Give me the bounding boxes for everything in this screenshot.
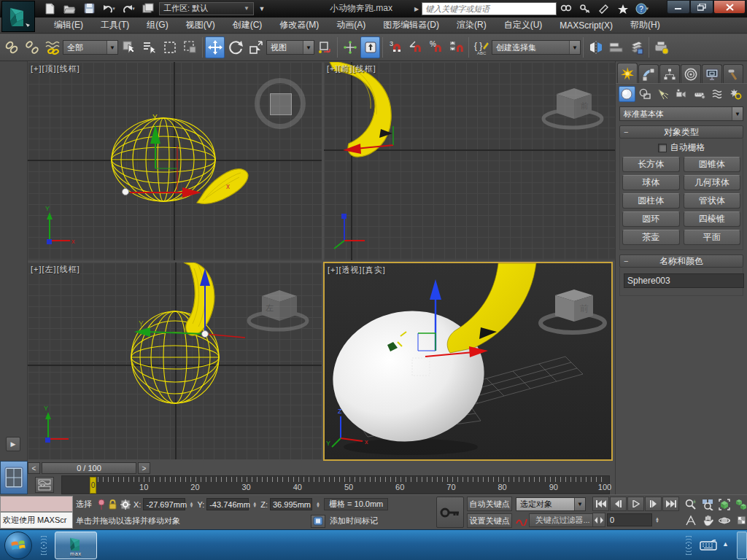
viewport-perspective-label[interactable]: [+][透视][真实] [328,265,386,276]
zoom-all-icon[interactable] [700,497,716,512]
sign-in-icon[interactable] [576,1,595,16]
banana-shape[interactable] [330,62,392,157]
menu-graph-editors[interactable]: 图形编辑器(D) [374,18,448,34]
menu-maxscript[interactable]: MAXScript(X) [551,18,622,34]
z-coordinate-field[interactable]: 36.995mm [270,498,312,510]
align-icon[interactable] [606,36,626,58]
time-slider[interactable]: 0 / 100 [42,462,136,474]
viewport-left[interactable]: [+][左][线框] Y [28,262,322,459]
open-mini-curve-editor-icon[interactable] [35,477,54,493]
viewport-top-label[interactable]: [+][顶][线框] [31,63,80,74]
favorites-icon[interactable] [614,1,632,16]
rotate-icon[interactable] [225,36,245,58]
menu-edit[interactable]: 编辑(E) [45,18,92,34]
display-tab-icon[interactable] [702,64,722,83]
lights-icon[interactable] [655,86,672,102]
zoom-extents-icon[interactable] [716,497,732,512]
pin-icon[interactable] [97,499,106,510]
viewcube-icon[interactable]: 前 [541,289,605,332]
bind-spacewarp-icon[interactable] [42,36,62,58]
menu-group[interactable]: 组(G) [138,18,177,34]
frame-spinner[interactable]: ▲▼ [654,517,661,523]
current-frame-field[interactable] [607,513,652,526]
edit-named-sets-icon[interactable]: { }ABC [471,36,491,58]
next-frame-icon[interactable] [645,497,662,511]
motion-tab-icon[interactable] [681,64,701,83]
utilities-tab-icon[interactable] [723,64,743,83]
cameras-icon[interactable] [673,86,690,102]
selection-filter-dropdown[interactable]: 全部 ▼ [63,40,118,55]
menu-modifiers[interactable]: 修改器(M) [271,18,328,34]
viewport-perspective[interactable]: [+][透视][真实] [323,262,613,461]
set-key-button[interactable]: 设置关键点 [467,513,512,528]
open-file-icon[interactable] [61,1,78,16]
viewport-top[interactable]: [+][顶][线框] [28,62,322,260]
ref-coord-dropdown[interactable]: 视图 ▼ [266,40,314,55]
close-icon[interactable] [713,0,746,14]
save-file-icon[interactable] [80,1,98,16]
select-object-icon[interactable] [119,36,139,58]
absolute-mode-icon[interactable] [120,499,131,510]
redo-flyout-arrow[interactable]: ▾ [132,6,135,12]
cylinder-button[interactable]: 圆柱体 [622,193,680,209]
name-color-header[interactable]: − 名称和颜色 [619,254,743,268]
modify-tab-icon[interactable] [638,64,659,83]
torus-button[interactable]: 圆环 [622,211,680,227]
help-icon[interactable]: ? ▾ [632,1,651,16]
viewport-front[interactable]: [+][前][线框] 前 [324,62,615,260]
viewport-front-label[interactable]: [+][前][线框] [327,63,376,74]
hierarchy-tab-icon[interactable] [659,64,680,83]
undo-flyout-arrow[interactable]: ▾ [112,6,115,12]
fov-icon[interactable] [683,513,699,528]
add-time-tag[interactable]: 添加时间标记 [330,516,378,526]
snap-3d-icon[interactable]: 3 [385,36,405,58]
tube-button[interactable]: 管状体 [684,193,741,209]
menu-customize[interactable]: 自定义(U) [495,18,551,34]
named-sets-dropdown[interactable]: 创建选择集 ▼ [492,40,581,55]
menu-views[interactable]: 视图(V) [177,18,224,34]
redo-icon[interactable]: ▾ [120,1,137,16]
key-filter-curve-icon[interactable] [516,516,527,526]
pivot-center-icon[interactable] [315,36,335,58]
search-expand-icon[interactable]: ▶ [414,6,419,12]
plane-button[interactable]: 平面 [684,230,741,245]
angle-snap-icon[interactable] [406,36,425,58]
mirror-icon[interactable] [586,36,605,58]
spinner-snap-icon[interactable] [446,36,466,58]
select-by-name-icon[interactable] [139,36,159,58]
viewcube-icon[interactable]: 左 [249,290,307,330]
isolate-icon[interactable] [311,515,325,528]
sphere-button[interactable]: 球体 [622,175,680,190]
frame-back-button[interactable]: < [28,462,40,474]
object-name-field[interactable] [624,273,744,288]
open-container-arrow-icon[interactable]: ▶ [6,437,20,451]
shapes-icon[interactable] [637,86,654,102]
search-icon[interactable] [557,1,576,16]
zoom-extents-all-icon[interactable] [733,497,747,512]
spacewarps-icon[interactable] [709,86,726,102]
teapot-button[interactable]: 茶壶 [622,230,680,245]
menu-animation[interactable]: 动画(A) [328,18,374,34]
box-button[interactable]: 长方体 [622,157,680,172]
autogrid-checkbox[interactable] [658,144,667,152]
menu-help[interactable]: 帮助(H) [622,18,669,34]
orbit-icon[interactable] [716,513,732,528]
play-icon[interactable] [627,497,644,511]
manipulate-icon[interactable] [340,36,360,58]
leg-shape[interactable] [447,263,536,353]
layer-manager-icon[interactable] [627,36,646,58]
y-spinner[interactable]: ▲▼ [251,502,258,508]
tray-expand-icon[interactable]: ▲ [722,540,729,548]
link-icon[interactable] [1,36,21,58]
goto-start-icon[interactable] [592,497,609,511]
communication-icon[interactable] [595,1,614,16]
scale-icon[interactable] [246,36,266,58]
primitive-category-dropdown[interactable]: 标准基本体 ▼ [619,106,743,121]
window-crossing-icon[interactable] [180,36,200,58]
start-orb-icon[interactable] [4,532,32,559]
geometry-icon[interactable] [619,86,635,102]
time-marker[interactable]: 0 [90,477,96,494]
new-scene-icon[interactable] [41,1,58,16]
z-spinner[interactable]: ▲▼ [314,502,322,508]
prev-frame-icon[interactable] [610,497,627,511]
